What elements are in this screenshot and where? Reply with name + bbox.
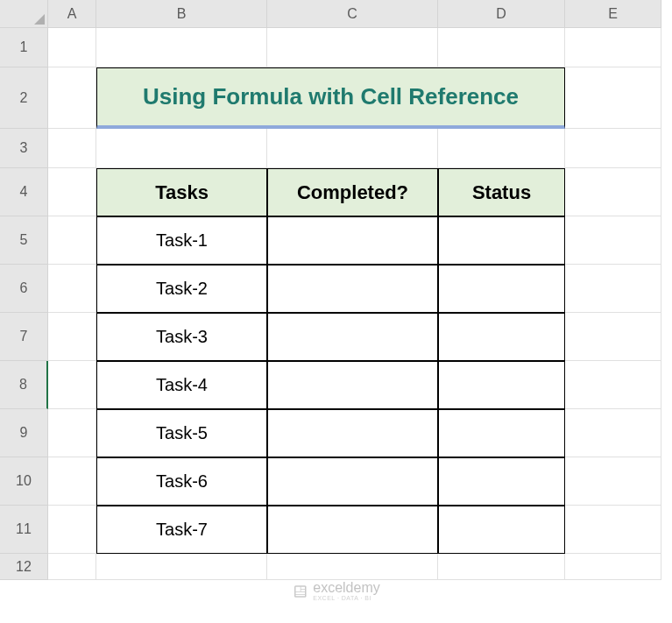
cell-task-7[interactable]: Task-7 <box>96 506 267 554</box>
cell-task-3[interactable]: Task-3 <box>96 313 267 361</box>
column-header-C[interactable]: C <box>267 0 438 28</box>
cell-C12[interactable] <box>267 554 438 580</box>
cell-status-3[interactable] <box>438 313 565 361</box>
row-header-5[interactable]: 5 <box>0 216 48 265</box>
watermark-subtext: EXCEL · DATA · BI <box>313 595 379 601</box>
cell-A8[interactable] <box>48 361 96 409</box>
svg-rect-5 <box>295 594 305 596</box>
cell-completed-2[interactable] <box>267 265 438 313</box>
column-header-A[interactable]: A <box>48 0 96 28</box>
row-header-6[interactable]: 6 <box>0 265 48 313</box>
cell-A9[interactable] <box>48 409 96 457</box>
column-header-B[interactable]: B <box>96 0 267 28</box>
cell-A6[interactable] <box>48 265 96 313</box>
cell-task-5[interactable]: Task-5 <box>96 409 267 457</box>
cell-E4[interactable] <box>565 168 661 216</box>
cell-status-2[interactable] <box>438 265 565 313</box>
row-header-7[interactable]: 7 <box>0 313 48 361</box>
cell-A7[interactable] <box>48 313 96 361</box>
cell-C1[interactable] <box>267 28 438 67</box>
cell-E3[interactable] <box>565 129 661 168</box>
cell-A5[interactable] <box>48 216 96 265</box>
cell-A1[interactable] <box>48 28 96 67</box>
row-header-3[interactable]: 3 <box>0 129 48 168</box>
cell-E12[interactable] <box>565 554 661 580</box>
cell-D12[interactable] <box>438 554 565 580</box>
title-cell[interactable]: Using Formula with Cell Reference <box>96 67 565 129</box>
cell-completed-3[interactable] <box>267 313 438 361</box>
row-header-9[interactable]: 9 <box>0 409 48 457</box>
cell-status-1[interactable] <box>438 216 565 265</box>
watermark-text-stack: exceldemy EXCEL · DATA · BI <box>313 581 379 601</box>
svg-rect-3 <box>301 589 305 591</box>
cell-E10[interactable] <box>565 457 661 506</box>
column-header-E[interactable]: E <box>565 0 661 28</box>
table-header-status[interactable]: Status <box>438 168 565 216</box>
svg-rect-2 <box>301 586 305 588</box>
table-header-completed[interactable]: Completed? <box>267 168 438 216</box>
cell-E6[interactable] <box>565 265 661 313</box>
cell-D3[interactable] <box>438 129 565 168</box>
cell-E11[interactable] <box>565 506 661 554</box>
spreadsheet-grid: A B C D E 1 2 Using Formula with Cell Re… <box>0 0 672 580</box>
cell-completed-6[interactable] <box>267 457 438 506</box>
cell-completed-4[interactable] <box>267 361 438 409</box>
cell-completed-1[interactable] <box>267 216 438 265</box>
cell-completed-5[interactable] <box>267 409 438 457</box>
cell-status-4[interactable] <box>438 361 565 409</box>
cell-E5[interactable] <box>565 216 661 265</box>
excel-icon <box>292 584 308 599</box>
cell-A2[interactable] <box>48 67 96 129</box>
row-header-2[interactable]: 2 <box>0 67 48 129</box>
cell-status-7[interactable] <box>438 506 565 554</box>
cell-D1[interactable] <box>438 28 565 67</box>
svg-rect-1 <box>295 586 300 591</box>
cell-E8[interactable] <box>565 361 661 409</box>
watermark: exceldemy EXCEL · DATA · BI <box>292 581 379 601</box>
svg-rect-4 <box>295 591 305 593</box>
cell-E7[interactable] <box>565 313 661 361</box>
cell-task-4[interactable]: Task-4 <box>96 361 267 409</box>
column-header-D[interactable]: D <box>438 0 565 28</box>
select-all-icon <box>34 14 45 25</box>
cell-A3[interactable] <box>48 129 96 168</box>
row-header-10[interactable]: 10 <box>0 457 48 506</box>
row-header-11[interactable]: 11 <box>0 506 48 554</box>
cell-E2[interactable] <box>565 67 661 129</box>
cell-status-6[interactable] <box>438 457 565 506</box>
cell-status-5[interactable] <box>438 409 565 457</box>
cell-A4[interactable] <box>48 168 96 216</box>
cell-A11[interactable] <box>48 506 96 554</box>
row-header-4[interactable]: 4 <box>0 168 48 216</box>
cell-B12[interactable] <box>96 554 267 580</box>
row-header-1[interactable]: 1 <box>0 28 48 67</box>
cell-A10[interactable] <box>48 457 96 506</box>
row-header-8[interactable]: 8 <box>0 361 48 409</box>
cell-A12[interactable] <box>48 554 96 580</box>
cell-E9[interactable] <box>565 409 661 457</box>
select-all-corner[interactable] <box>0 0 48 28</box>
row-header-12[interactable]: 12 <box>0 554 48 580</box>
cell-task-6[interactable]: Task-6 <box>96 457 267 506</box>
table-header-tasks[interactable]: Tasks <box>96 168 267 216</box>
cell-E1[interactable] <box>565 28 661 67</box>
cell-task-2[interactable]: Task-2 <box>96 265 267 313</box>
cell-task-1[interactable]: Task-1 <box>96 216 267 265</box>
cell-C3[interactable] <box>267 129 438 168</box>
watermark-text: exceldemy <box>313 581 379 595</box>
cell-B3[interactable] <box>96 129 267 168</box>
cell-completed-7[interactable] <box>267 506 438 554</box>
cell-B1[interactable] <box>96 28 267 67</box>
